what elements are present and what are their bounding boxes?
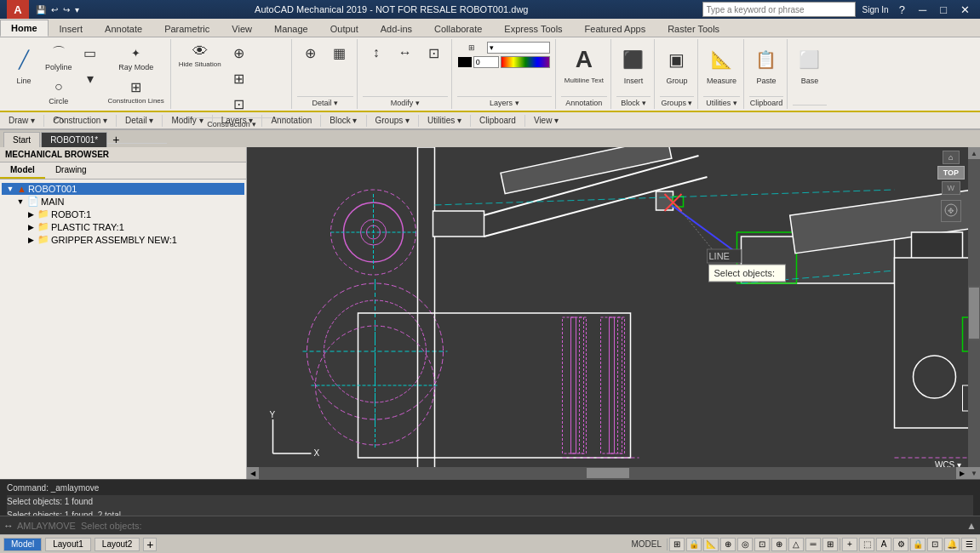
status-icon-otrack[interactable]: ⊡ <box>754 538 770 551</box>
ribbon-item-insert[interactable]: ⬛ Insert <box>616 41 650 87</box>
tree-expand-robot1[interactable]: ▶ <box>26 209 36 219</box>
status-icon-osnap[interactable]: ◎ <box>737 538 753 551</box>
cmd-icon-left[interactable]: ↔ <box>3 520 14 532</box>
status-icon-annotation[interactable]: A <box>876 538 891 551</box>
section-modify[interactable]: Modify ▾ <box>163 112 211 128</box>
status-icon-lw[interactable]: ═ <box>805 538 821 551</box>
section-view[interactable]: View ▾ <box>525 112 567 128</box>
ribbon-item-rect[interactable]: ▭ <box>77 41 104 65</box>
layer-prop-icon[interactable]: ⊞ <box>458 43 485 53</box>
ribbon-tab-add-ins[interactable]: Add-ins <box>370 20 423 37</box>
sidebar-subtab-model[interactable]: Model <box>0 162 45 179</box>
tree-item-plastic-tray[interactable]: ▶ 📁 PLASTIC TRAY:1 <box>22 220 244 233</box>
qat-redo[interactable]: ↪ <box>61 4 72 15</box>
status-tab-model[interactable]: Model <box>3 538 42 551</box>
cmd-expand-btn[interactable]: ▲ <box>966 520 977 532</box>
scroll-left-arrow[interactable]: ◀ <box>247 467 259 479</box>
canvas-area[interactable]: [-][Top][2D Wireframe] <box>247 147 980 479</box>
scroll-down-arrow[interactable]: ▼ <box>968 467 980 479</box>
sidebar-subtab-drawing[interactable]: Drawing <box>45 162 97 179</box>
nav-w-btn[interactable]: W <box>942 181 961 195</box>
status-icon-viewport[interactable]: ⬚ <box>859 538 874 551</box>
ribbon-tab-featured-apps[interactable]: Featured Apps <box>574 20 657 37</box>
section-groups[interactable]: Groups ▾ <box>367 112 419 128</box>
right-scrollbar[interactable]: ▲ ▼ <box>968 147 980 479</box>
status-icon-dyn[interactable]: △ <box>788 538 804 551</box>
ribbon-item-multiline-text[interactable]: A Multiline Text <box>561 41 607 86</box>
section-layers[interactable]: Layers ▾ <box>213 112 262 128</box>
status-icon-ortho[interactable]: 📐 <box>703 538 719 551</box>
ribbon-item-polyline[interactable]: ⌒ Polyline <box>43 41 75 73</box>
ribbon-tab-insert[interactable]: Insert <box>49 20 95 37</box>
tree-expand-robot001[interactable]: ▼ <box>5 184 15 194</box>
ribbon-item-m2[interactable]: ↔ <box>392 41 419 65</box>
section-construction[interactable]: Construction ▾ <box>44 112 116 128</box>
status-icon-grid[interactable]: ⊞ <box>669 538 685 551</box>
tree-item-main[interactable]: ▼ 📄 MAIN <box>12 195 244 208</box>
ribbon-item-construction-lines[interactable]: ⊞ Construction Lines <box>106 75 167 106</box>
doc-tab-add[interactable]: + <box>108 132 123 147</box>
command-input[interactable] <box>17 521 966 531</box>
sign-in-link[interactable]: Sign In <box>863 5 889 14</box>
status-icon-lock[interactable]: 🔒 <box>910 538 926 551</box>
ribbon-item-paste[interactable]: 📋 Paste <box>749 41 783 87</box>
qat-dropdown[interactable]: ▾ <box>73 4 81 15</box>
ribbon-item-hide-situation[interactable]: 👁 Hide Situation <box>176 41 224 70</box>
status-tab-layout2[interactable]: Layout2 <box>95 538 140 551</box>
h-scroll-thumb[interactable] <box>587 468 629 478</box>
help-button[interactable]: ? <box>896 3 908 16</box>
ribbon-item-base[interactable]: ⬜ Base <box>793 41 827 87</box>
section-draw[interactable]: Draw ▾ <box>0 112 43 128</box>
close-button[interactable]: ✕ <box>957 3 973 16</box>
ribbon-item-group[interactable]: ▣ Group <box>660 41 694 87</box>
color-input[interactable]: 0 <box>473 56 499 68</box>
ribbon-item-d1[interactable]: ⊕ <box>297 41 324 65</box>
color-swatch[interactable] <box>458 57 472 67</box>
scroll-up-arrow[interactable]: ▲ <box>968 147 980 159</box>
search-input[interactable] <box>702 2 856 17</box>
tree-expand-plastic-tray[interactable]: ▶ <box>26 222 36 232</box>
tree-expand-main[interactable]: ▼ <box>15 197 26 207</box>
nav-pan-btn[interactable]: ✥ <box>941 200 961 222</box>
doc-tab-start[interactable]: Start <box>3 132 40 147</box>
ribbon-item-circle[interactable]: ○ Circle <box>43 75 75 107</box>
ribbon-tab-output[interactable]: Output <box>319 20 370 37</box>
section-clipboard[interactable]: Clipboard <box>471 112 524 128</box>
scroll-thumb[interactable] <box>969 288 979 339</box>
status-icon-add[interactable]: + <box>842 538 857 551</box>
ribbon-tab-express-tools[interactable]: Express Tools <box>493 20 573 37</box>
status-icon-tp[interactable]: ⊞ <box>822 538 838 551</box>
ribbon-tab-parametric[interactable]: Parametric <box>153 20 221 37</box>
qat-save[interactable]: 💾 <box>34 4 48 15</box>
ribbon-item-ray-mode[interactable]: ✦ Ray Mode <box>116 41 156 73</box>
bottom-scrollbar[interactable]: ◀ ▶ <box>247 467 968 479</box>
tree-expand-gripper[interactable]: ▶ <box>26 235 36 245</box>
ribbon-item-line[interactable]: ╱ Line <box>7 41 41 87</box>
ribbon-tab-home[interactable]: Home <box>0 20 49 37</box>
minimize-button[interactable]: ─ <box>915 3 930 16</box>
scroll-right-arrow[interactable]: ▶ <box>956 467 968 479</box>
status-tab-layout1[interactable]: Layout1 <box>45 538 91 551</box>
ribbon-tab-collaborate[interactable]: Collaborate <box>423 20 493 37</box>
status-icon-menu[interactable]: ☰ <box>961 538 977 551</box>
tree-item-gripper[interactable]: ▶ 📁 GRIPPER ASSEMBLY NEW:1 <box>22 233 244 246</box>
ribbon-tab-annotate[interactable]: Annotate <box>94 20 153 37</box>
section-block[interactable]: Block ▾ <box>321 112 365 128</box>
ribbon-item-c2[interactable]: ⊞ <box>226 66 253 90</box>
maximize-button[interactable]: □ <box>937 3 950 16</box>
status-icon-workspace[interactable]: ⚙ <box>893 538 908 551</box>
status-icon-polar[interactable]: ⊕ <box>720 538 736 551</box>
status-icon-snap[interactable]: 🔒 <box>686 538 702 551</box>
status-icon-ucs[interactable]: ⊕ <box>771 538 787 551</box>
ribbon-tab-manage[interactable]: Manage <box>263 20 319 37</box>
ribbon-item-measure[interactable]: 📐 Measure <box>703 41 740 87</box>
ribbon-tab-view[interactable]: View <box>221 20 263 37</box>
tree-item-robot001[interactable]: ▼ ▲ ROBOT001 <box>2 183 244 195</box>
nav-top-btn[interactable]: TOP <box>937 166 965 180</box>
ribbon-item-more[interactable]: ▾ <box>77 66 104 90</box>
ribbon-item-d2[interactable]: ▦ <box>326 41 353 65</box>
status-tab-add[interactable]: + <box>143 538 157 551</box>
status-icon-hardware[interactable]: ⊡ <box>927 538 943 551</box>
section-utilities[interactable]: Utilities ▾ <box>419 112 470 128</box>
doc-tab-robot001[interactable]: ROBOT001* <box>41 132 107 147</box>
